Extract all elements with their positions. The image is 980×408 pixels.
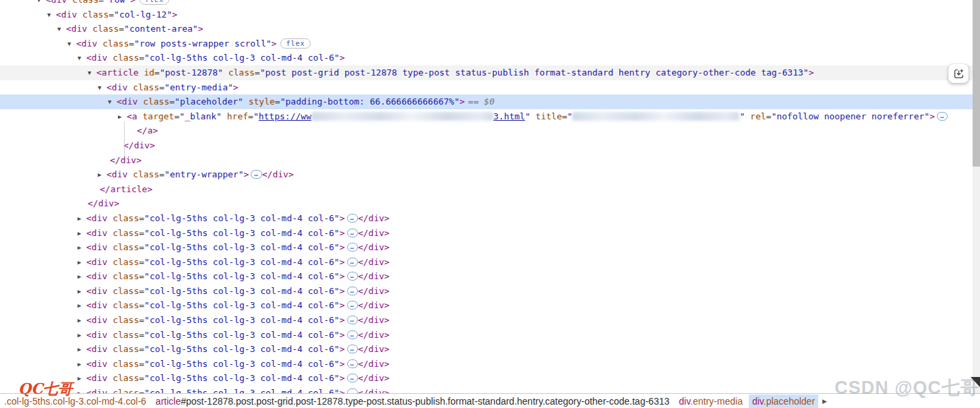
dom-tree: ▼<div class="row">flex▼<div class="col-l…	[0, 0, 973, 393]
attr-value-token: "col-lg-5ths col-lg-3 col-md-4 col-6"	[144, 344, 340, 354]
inline-expand-button[interactable]: …	[347, 243, 358, 252]
breadcrumb-item[interactable]: article#post-12878.post.post-grid.post-1…	[152, 395, 673, 408]
expander-down-icon[interactable]: ▼	[37, 0, 46, 8]
breadcrumb-part: .entry-media	[690, 396, 743, 407]
breadcrumb-item-selected[interactable]: div.placeholder	[749, 395, 818, 408]
dom-tree-row[interactable]: ▼<div class="row posts-wrapper scroll">f…	[0, 36, 973, 51]
inline-expand-button[interactable]: …	[347, 272, 358, 281]
expander-right-icon[interactable]: ▶	[98, 168, 106, 183]
inline-expand-button[interactable]: …	[347, 316, 358, 324]
dom-tree-row[interactable]: ▶<div class="col-lg-5ths col-lg-3 col-md…	[0, 298, 973, 313]
tag-token: >	[929, 111, 935, 121]
expander-down-icon[interactable]: ▼	[88, 66, 96, 81]
closing-tag-token: </div>	[358, 359, 390, 369]
equals-token: =	[98, 0, 104, 5]
expander-right-icon[interactable]: ▶	[78, 270, 86, 285]
expander-down-icon[interactable]: ▼	[47, 8, 56, 23]
tag-token: <div	[86, 388, 107, 393]
dom-tree-row[interactable]: </a>	[0, 123, 973, 138]
inline-expand-button[interactable]: …	[347, 287, 358, 295]
attr-value-token: "	[525, 111, 530, 121]
tag-token: <div	[86, 315, 107, 325]
dom-tree-row[interactable]: ▶<div class="col-lg-5ths col-lg-3 col-md…	[0, 240, 973, 255]
expander-right-icon[interactable]: ▶	[78, 372, 86, 386]
dom-tree-row[interactable]: ▶<div class="col-lg-5ths col-lg-3 col-md…	[0, 328, 973, 343]
inline-expand-button[interactable]: …	[347, 345, 358, 353]
dom-tree-row[interactable]: ▶<div class="entry-wrapper">…</div>	[0, 167, 973, 182]
dom-tree-row[interactable]: </div>	[0, 138, 973, 153]
expander-right-icon[interactable]: ▶	[78, 386, 86, 393]
dom-tree-row[interactable]: ▶<div class="col-lg-5ths col-lg-3 col-md…	[0, 255, 973, 270]
dom-tree-row[interactable]: ▼<div class="col-lg-12">	[0, 7, 973, 22]
dom-tree-row[interactable]: ▶<div class="col-lg-5ths col-lg-3 col-md…	[0, 269, 973, 284]
expander-right-icon[interactable]: ▶	[118, 110, 127, 125]
expander-right-icon[interactable]: ▶	[78, 227, 86, 241]
attr-name-token: style	[243, 96, 275, 107]
dom-tree-row[interactable]: ▶<div class="col-lg-5ths col-lg-3 col-md…	[0, 357, 973, 372]
expander-down-icon[interactable]: ▼	[98, 81, 106, 96]
inline-expand-button[interactable]: …	[347, 258, 358, 266]
tag-token: >	[340, 315, 345, 325]
attr-name-token: class	[107, 344, 139, 354]
attr-value-token: "col-lg-12"	[114, 9, 172, 20]
dom-tree-row[interactable]: ▶<div class="col-lg-5ths col-lg-3 col-md…	[0, 211, 973, 226]
inline-expand-button[interactable]: …	[347, 214, 358, 223]
attr-value-token: "col-lg-5ths col-lg-3 col-md-4 col-6"	[144, 315, 340, 325]
dom-tree-row[interactable]: ▶<div class="col-lg-5ths col-lg-3 col-md…	[0, 371, 973, 386]
expander-right-icon[interactable]: ▶	[78, 299, 86, 314]
expander-right-icon[interactable]: ▶	[78, 256, 86, 270]
dom-tree-row[interactable]: ▼<div class="row">flex	[0, 0, 973, 7]
breadcrumb-overflow-icon[interactable]: ▶	[822, 398, 827, 405]
dom-tree-row[interactable]: ▼<div class="placeholder" style="padding…	[0, 94, 973, 109]
dom-tree-row[interactable]: ▶<a target="_blank" href="https://ww3.ht…	[0, 109, 973, 124]
expander-right-icon[interactable]: ▶	[78, 241, 86, 256]
dom-tree-row[interactable]: ▶<div class="col-lg-5ths col-lg-3 col-md…	[0, 386, 973, 393]
dom-tree-row[interactable]: ▼<div class="entry-media">	[0, 80, 973, 95]
dom-tree-row[interactable]: ▼<div class="content-area">	[0, 22, 973, 36]
vertical-scrollbar-thumb[interactable]	[973, 0, 980, 167]
corner-triangle-artifact	[971, 377, 980, 387]
attr-name-token: class	[107, 359, 139, 369]
inline-expand-button[interactable]: …	[347, 229, 358, 237]
dom-tree-row[interactable]: ▼<div class="col-lg-5ths col-lg-3 col-md…	[0, 51, 973, 65]
inline-expand-button[interactable]: …	[347, 388, 358, 393]
attr-name-token: class	[107, 228, 139, 238]
expander-right-icon[interactable]: ▶	[78, 212, 86, 227]
attribute-link[interactable]: https://ww	[259, 111, 311, 121]
expander-down-icon[interactable]: ▼	[108, 95, 117, 110]
expander-down-icon[interactable]: ▼	[67, 37, 76, 52]
dom-tree-row[interactable]: </article>	[0, 182, 973, 197]
expander-down-icon[interactable]: ▼	[57, 22, 66, 37]
expander-right-icon[interactable]: ▶	[78, 328, 86, 343]
dom-tree-row[interactable]: </div>	[0, 153, 973, 168]
inline-expand-button[interactable]: …	[251, 170, 262, 179]
dom-tree-row[interactable]: ▶<div class="col-lg-5ths col-lg-3 col-md…	[0, 284, 973, 299]
dom-tree-row[interactable]: </div>	[0, 196, 973, 211]
expander-right-icon[interactable]: ▶	[78, 314, 86, 328]
dom-tree-row[interactable]: ▼<article id="post-12878" class="post po…	[0, 65, 973, 80]
flex-badge[interactable]: flex	[280, 38, 310, 49]
equals-token: =	[139, 242, 144, 252]
attribute-link[interactable]: 3.html	[493, 111, 525, 121]
flex-badge[interactable]: flex	[140, 0, 169, 5]
attr-name-token: class	[107, 213, 139, 223]
expander-right-icon[interactable]: ▶	[78, 285, 86, 299]
attr-value-token: "col-lg-5ths col-lg-3 col-md-4 col-6"	[144, 373, 340, 383]
tag-token: >	[340, 373, 345, 383]
inline-expand-button[interactable]: …	[347, 301, 358, 310]
inline-expand-button[interactable]: …	[347, 330, 358, 339]
expander-right-icon[interactable]: ▶	[78, 357, 86, 372]
node-action-button[interactable]	[948, 64, 969, 83]
inline-expand-button[interactable]: …	[937, 112, 948, 121]
expander-down-icon[interactable]: ▼	[78, 51, 86, 66]
dom-tree-row[interactable]: ▶<div class="col-lg-5ths col-lg-3 col-md…	[0, 313, 973, 328]
tag-token: >	[340, 388, 345, 393]
blurred-text	[572, 112, 739, 121]
attr-value-token: "col-lg-5ths col-lg-3 col-md-4 col-6"	[144, 228, 340, 238]
inline-expand-button[interactable]: …	[347, 359, 358, 368]
expander-right-icon[interactable]: ▶	[78, 343, 86, 357]
dom-tree-row[interactable]: ▶<div class="col-lg-5ths col-lg-3 col-md…	[0, 226, 973, 241]
inline-expand-button[interactable]: …	[347, 374, 358, 382]
breadcrumb-item[interactable]: div.entry-media	[675, 395, 746, 408]
dom-tree-row[interactable]: ▶<div class="col-lg-5ths col-lg-3 col-md…	[0, 342, 973, 357]
